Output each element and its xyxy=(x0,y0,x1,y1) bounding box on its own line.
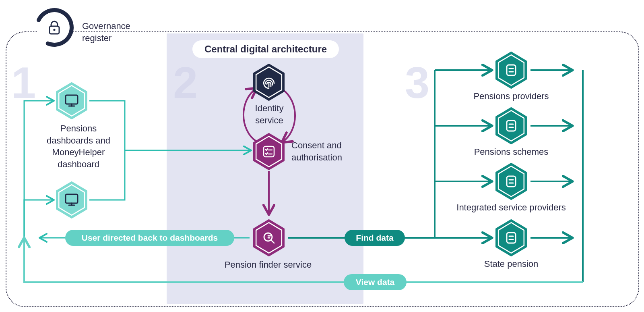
view-data-pill: View data xyxy=(344,274,407,290)
dashboard-hex-bottom xyxy=(56,181,88,218)
providers-label: Pensions providers xyxy=(463,90,559,102)
user-back-pill: User directed back to dashboards xyxy=(65,230,234,246)
isp-hex xyxy=(495,163,527,200)
identity-label: Identity service xyxy=(247,102,291,126)
schemes-label: Pensions schemes xyxy=(463,146,559,158)
diagram-canvas: 1 2 3 Governance register Central digita… xyxy=(0,0,644,312)
dashboards-label: Pensions dashboards and MoneyHelper dash… xyxy=(42,123,115,171)
pfs-label: Pension finder service xyxy=(220,259,316,271)
find-data-pill: Find data xyxy=(345,230,405,246)
identity-hex xyxy=(253,64,285,101)
providers-hex xyxy=(495,52,527,89)
consent-label: Consent and authorisation xyxy=(291,139,356,163)
schemes-hex xyxy=(495,107,527,144)
dashboard-hex-top xyxy=(56,82,88,119)
isp-label: Integrated service providers xyxy=(447,202,576,214)
pfs-hex xyxy=(253,219,285,256)
state-hex xyxy=(495,219,527,256)
state-label: State pension xyxy=(463,258,559,270)
consent-hex xyxy=(253,133,285,170)
